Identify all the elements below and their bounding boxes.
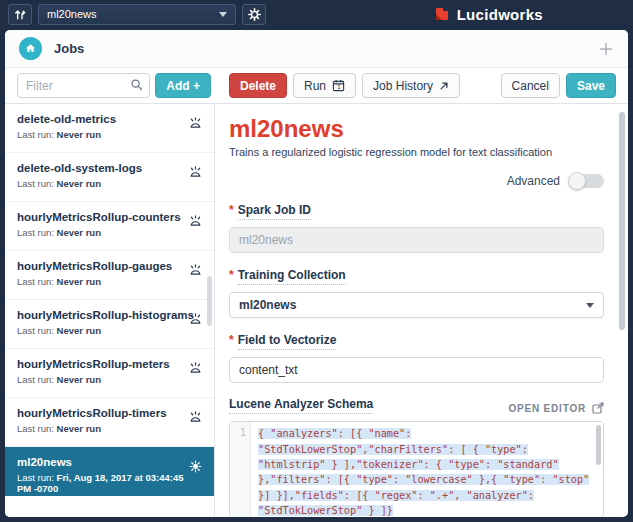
cancel-button[interactable]: Cancel	[501, 73, 560, 98]
schedule-sunrise-icon	[187, 311, 204, 328]
code-line-number: 1	[230, 422, 251, 517]
job-list-item[interactable]: hourlyMetricsRollup-gauges Last run: Nev…	[5, 251, 214, 300]
job-list-item[interactable]: hourlyMetricsRollup-counters Last run: N…	[5, 202, 214, 251]
toolbar: Add + Delete Run 1 Job History	[5, 68, 628, 104]
schedule-sunrise-icon	[187, 115, 204, 132]
jobs-panel: Jobs Add +	[5, 30, 628, 517]
chevron-down-icon	[586, 303, 594, 308]
search-icon	[130, 78, 144, 92]
app-window: ml20news	[0, 0, 633, 522]
lucidworks-logo: Lucidworks	[434, 6, 543, 23]
required-asterisk: *	[229, 203, 234, 220]
schedule-sunrise-icon	[187, 360, 204, 377]
spark-job-id-input	[229, 227, 604, 253]
job-history-button[interactable]: Job History	[362, 73, 460, 98]
training-collection-value: ml20news	[239, 298, 586, 312]
detail-scrollbar[interactable]	[619, 112, 625, 330]
plus-icon	[598, 41, 614, 57]
required-asterisk: *	[229, 268, 234, 285]
job-list-item[interactable]: hourlyMetricsRollup-meters Last run: Nev…	[5, 349, 214, 398]
open-editor-link[interactable]: OPEN EDITOR	[508, 402, 604, 414]
training-collection-select[interactable]: ml20news	[229, 292, 604, 318]
settings-gear-button[interactable]	[242, 4, 266, 25]
schedule-sunrise-icon	[187, 164, 204, 181]
training-collection-label: Training Collection	[238, 268, 346, 285]
code-editor-scrollbar[interactable]	[596, 425, 601, 465]
gear-icon	[247, 7, 262, 22]
open-editor-external-icon	[592, 402, 604, 414]
advanced-label: Advanced	[507, 174, 560, 188]
job-list-item[interactable]: delete-old-metrics Last run: Never run	[5, 104, 214, 153]
analyzer-schema-editor[interactable]: 1 { "analyzers": [{ "name": "StdTokLower…	[229, 421, 604, 517]
job-list-item[interactable]: delete-old-system-logs Last run: Never r…	[5, 153, 214, 202]
top-navbar: ml20news	[0, 0, 633, 28]
run-button[interactable]: Run 1	[293, 73, 356, 98]
delete-button[interactable]: Delete	[229, 73, 287, 98]
analyzer-schema-label: Lucene Analyzer Schema	[229, 397, 373, 414]
calendar-icon: 1	[332, 79, 345, 92]
brand-name: Lucidworks	[457, 6, 543, 23]
app-selector-value: ml20news	[47, 8, 219, 20]
job-list: delete-old-metrics Last run: Never run d…	[5, 104, 215, 517]
spark-job-id-field: * Spark Job ID	[229, 200, 604, 253]
schedule-sunrise-icon	[187, 213, 204, 230]
field-to-vectorize-label: Field to Vectorize	[238, 333, 337, 350]
sun-running-icon	[187, 458, 204, 475]
save-button[interactable]: Save	[566, 73, 616, 98]
job-list-item[interactable]: hourlyMetricsRollup-timers Last run: Nev…	[5, 398, 214, 447]
split-arrows-icon	[13, 7, 27, 21]
job-history-label: Job History	[373, 79, 433, 93]
lucidworks-logo-icon	[434, 6, 450, 22]
schedule-sunrise-icon	[187, 409, 204, 426]
spark-job-id-label: Spark Job ID	[238, 203, 311, 220]
external-arrow-icon	[439, 81, 449, 91]
job-detail-pane: ml20news Trains a regularized logistic r…	[215, 104, 628, 517]
advanced-toggle[interactable]	[570, 174, 604, 188]
schedule-sunrise-icon	[187, 262, 204, 279]
job-list-item[interactable]: hourlyMetricsRollup-histograms Last run:…	[5, 300, 214, 349]
home-icon[interactable]	[19, 37, 42, 60]
add-job-button[interactable]: Add +	[155, 73, 211, 98]
job-title: ml20news	[229, 116, 604, 142]
new-job-plus-button[interactable]	[598, 41, 614, 57]
job-list-item-selected[interactable]: ml20news Last run: Fri, Aug 18, 2017 at …	[5, 447, 214, 496]
jobs-header: Jobs	[5, 30, 628, 68]
page-title: Jobs	[54, 41, 84, 56]
required-asterisk: *	[229, 333, 234, 350]
job-list-scrollbar[interactable]	[207, 276, 212, 326]
relevancy-arrows-button[interactable]	[8, 4, 32, 25]
job-description: Trains a regularized logistic regression…	[229, 146, 604, 158]
svg-text:1: 1	[337, 83, 341, 90]
training-collection-field: * Training Collection ml20news	[229, 265, 604, 318]
toggle-knob	[568, 172, 586, 190]
field-to-vectorize-field: * Field to Vectorize	[229, 330, 604, 383]
field-to-vectorize-input[interactable]	[229, 357, 604, 383]
run-button-label: Run	[304, 79, 326, 93]
chevron-down-icon	[219, 12, 227, 17]
app-selector-dropdown[interactable]: ml20news	[38, 4, 236, 25]
analyzer-schema-code: { "analyzers": [{ "name": "StdTokLowerSt…	[258, 428, 589, 515]
